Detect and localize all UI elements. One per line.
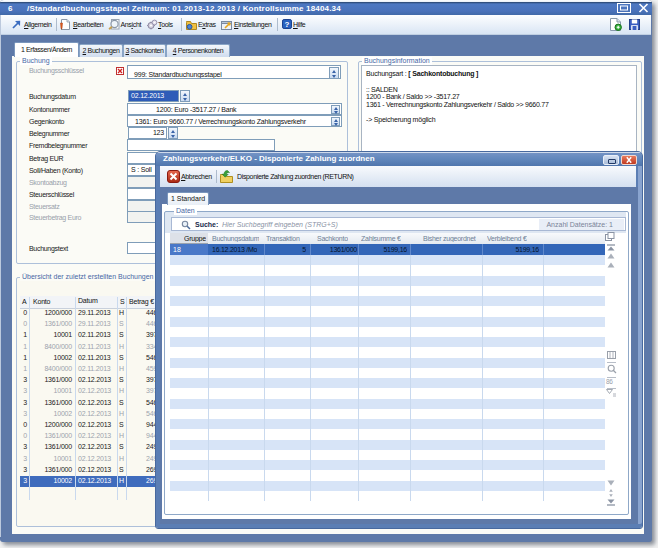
svg-text:?: ? xyxy=(285,20,290,29)
